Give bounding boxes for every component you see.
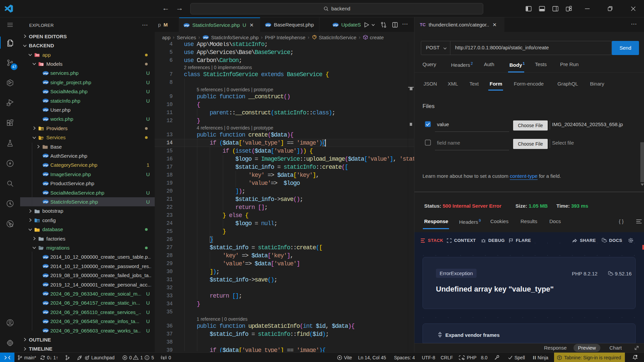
svg-text:php: php (43, 173, 48, 176)
svg-text:php: php (203, 36, 208, 39)
svg-text:php: php (43, 265, 48, 268)
svg-text:php: php (43, 311, 48, 314)
svg-text:php: php (43, 329, 48, 332)
svg-text:php: php (43, 81, 48, 84)
svg-text:php: php (265, 23, 270, 26)
svg-text:php: php (43, 200, 48, 203)
svg-text:php: php (333, 23, 338, 26)
svg-text:php: php (43, 283, 48, 286)
svg-text:php: php (43, 191, 48, 194)
svg-text:php: php (43, 71, 48, 74)
svg-text:php: php (43, 182, 48, 185)
svg-text:php: php (43, 301, 48, 304)
svg-text:php: php (43, 99, 48, 102)
svg-text:php: php (43, 117, 48, 120)
svg-text:php: php (43, 154, 48, 157)
svg-text:php: php (43, 292, 48, 295)
svg-text:php: php (43, 90, 48, 93)
svg-text:php: php (43, 163, 48, 166)
svg-text:php: php (43, 108, 48, 111)
svg-text:php: php (43, 320, 48, 323)
svg-text:php: php (43, 255, 48, 258)
svg-text:php: php (184, 23, 189, 27)
svg-text:php: php (43, 274, 48, 277)
